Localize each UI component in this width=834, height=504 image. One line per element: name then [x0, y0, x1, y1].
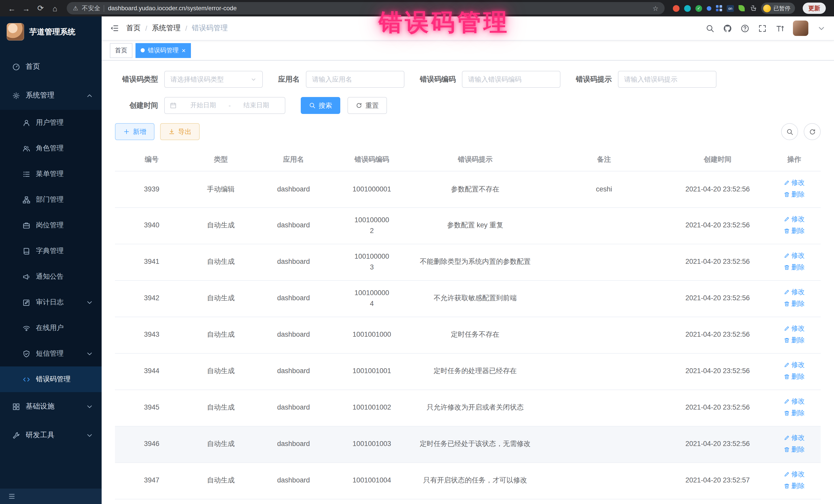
error-hint-input[interactable]	[618, 71, 717, 88]
sidebar-item[interactable]: 用户管理	[0, 110, 102, 135]
back-icon[interactable]: ←	[5, 2, 19, 15]
github-icon[interactable]	[723, 24, 732, 32]
sidebar-item[interactable]: 角色管理	[0, 135, 102, 161]
sidebar-footer[interactable]	[0, 489, 102, 504]
extension-icon-teal[interactable]	[684, 5, 691, 12]
address-bar[interactable]: ⚠ 不安全 dashboard.yudao.iocoder.cn/system/…	[67, 2, 665, 14]
extension-icon-leaf[interactable]	[739, 5, 745, 11]
edit-link[interactable]: 修改	[784, 214, 805, 224]
filter-label-code: 错误码编码	[420, 75, 456, 84]
bookmark-star-icon[interactable]: ☆	[653, 4, 658, 12]
delete-link[interactable]: 删除	[784, 444, 805, 455]
browser-toolbar: ← → ⟳ ⌂ ⚠ 不安全 dashboard.yudao.iocoder.cn…	[0, 0, 834, 17]
sidebar-item[interactable]: 短信管理	[0, 341, 102, 367]
sidebar-item[interactable]: 错误码管理	[0, 367, 102, 392]
sidebar-item[interactable]: 在线用户	[0, 315, 102, 341]
user-avatar[interactable]	[793, 21, 808, 36]
sidebar-item[interactable]: 岗位管理	[0, 213, 102, 238]
extension-icon-blue[interactable]	[707, 6, 711, 10]
refresh-table-button[interactable]	[804, 123, 821, 140]
show-search-toggle-button[interactable]	[781, 123, 798, 140]
search-icon[interactable]	[706, 24, 715, 32]
table-row[interactable]: 3940自动生成dashboard100100000 2参数配置 key 重复2…	[115, 207, 821, 244]
refresh-icon	[356, 102, 363, 109]
extension-icon-red[interactable]	[673, 5, 680, 12]
extension-icon-grid[interactable]	[716, 5, 722, 11]
app-name-input[interactable]	[306, 71, 404, 88]
create-time-range-picker[interactable]: 开始日期 - 结束日期	[164, 97, 285, 114]
edit-link[interactable]: 修改	[784, 396, 805, 407]
tab-close-icon[interactable]: ×	[182, 47, 185, 53]
edit-link[interactable]: 修改	[784, 287, 805, 297]
delete-link[interactable]: 删除	[784, 372, 805, 382]
sidebar-item[interactable]: 首页	[0, 52, 102, 81]
forward-icon[interactable]: →	[20, 2, 33, 15]
sidebar-item[interactable]: 研发工具	[0, 421, 102, 450]
add-button[interactable]: 新增	[115, 123, 154, 140]
table-cell: 3946	[115, 426, 188, 463]
delete-link[interactable]: 删除	[784, 190, 805, 200]
browser-update-button[interactable]: 更新	[803, 3, 826, 14]
table-row[interactable]: 3946自动生成dashboard1001001003定时任务已经处于该状态，无…	[115, 426, 821, 463]
error-code-input[interactable]	[462, 71, 561, 88]
app-logo[interactable]: 芋道管理系统	[0, 17, 102, 47]
sidebar-item[interactable]: 系统管理	[0, 81, 102, 110]
fold-menu-icon[interactable]	[110, 24, 119, 33]
home-icon[interactable]: ⌂	[48, 2, 62, 15]
table-cell: 2021-04-20 23:52:57	[667, 499, 768, 504]
reset-button[interactable]: 重置	[348, 97, 387, 114]
edit-link[interactable]: 修改	[784, 433, 805, 443]
fullscreen-icon[interactable]	[758, 24, 767, 32]
table-cell: 修改删除	[768, 390, 821, 426]
sidebar-item[interactable]: 基础设施	[0, 392, 102, 421]
table-row[interactable]: 3945自动生成dashboard1001001002只允许修改为开启或者关闭状…	[115, 390, 821, 426]
sidebar-item[interactable]: 菜单管理	[0, 161, 102, 187]
breadcrumb-item[interactable]: 错误码管理	[192, 24, 228, 33]
table-row[interactable]: 3939手动编辑dashboard1001000001参数配置不存在ceshi2…	[115, 171, 821, 207]
search-button[interactable]: 搜索	[301, 97, 340, 114]
table-row[interactable]: 3942自动生成dashboard100100000 4不允许获取敏感配置到前端…	[115, 281, 821, 317]
header-actions	[706, 21, 826, 36]
delete-link[interactable]: 删除	[784, 299, 805, 309]
delete-link[interactable]: 删除	[784, 335, 805, 345]
edit-link[interactable]: 修改	[784, 360, 805, 370]
table-cell: dashboard	[253, 499, 334, 504]
delete-link[interactable]: 删除	[784, 408, 805, 418]
avatar-caret-down-icon[interactable]	[817, 24, 826, 32]
extension-icon-green-check[interactable]: ✓	[696, 5, 702, 12]
sidebar-item[interactable]: 部门管理	[0, 187, 102, 213]
breadcrumb: 首页/系统管理/错误码管理	[126, 24, 228, 33]
table-row[interactable]: 3943自动生成dashboard1001001000定时任务不存在2021-0…	[115, 317, 821, 353]
delete-link[interactable]: 删除	[784, 481, 805, 491]
sidebar-item[interactable]: 通知公告	[0, 264, 102, 289]
delete-link[interactable]: 删除	[784, 262, 805, 272]
table-cell: 100100000 3	[334, 244, 410, 281]
breadcrumb-item[interactable]: 首页	[126, 24, 140, 33]
delete-link[interactable]: 删除	[784, 226, 805, 236]
edit-link[interactable]: 修改	[784, 469, 805, 479]
extension-icon-on-badge[interactable]: on	[727, 5, 734, 12]
export-button[interactable]: 导出	[160, 123, 200, 140]
help-icon[interactable]	[741, 24, 749, 32]
reload-icon[interactable]: ⟳	[34, 2, 47, 15]
edit-link[interactable]: 修改	[784, 323, 805, 334]
table-row[interactable]: 3944自动生成dashboard1001001001定时任务的处理器已经存在2…	[115, 353, 821, 390]
table-row[interactable]: 3948自动生成dashboard1001001005CRON 表达式不正确20…	[115, 499, 821, 504]
tab-item[interactable]: 首页	[110, 43, 132, 58]
table-row[interactable]: 3941自动生成dashboard100100000 3不能删除类型为系统内置的…	[115, 244, 821, 281]
sidebar-item-label: 岗位管理	[36, 221, 64, 230]
edit-link[interactable]: 修改	[784, 178, 805, 188]
breadcrumb-item[interactable]: 系统管理	[152, 24, 181, 33]
table-cell: CRON 表达式不正确	[410, 499, 541, 504]
profile-chip[interactable]: 已暂停	[761, 3, 795, 14]
sidebar-item-label: 用户管理	[36, 118, 64, 127]
error-type-select[interactable]: 请选择错误码类型	[164, 71, 263, 88]
omnibox-divider	[104, 5, 105, 12]
sidebar-item[interactable]: 字典管理	[0, 238, 102, 264]
edit-link[interactable]: 修改	[784, 250, 805, 261]
extensions-puzzle-icon[interactable]	[749, 5, 756, 12]
font-size-icon[interactable]	[775, 24, 784, 32]
tab-item[interactable]: 错误码管理×	[135, 43, 191, 58]
sidebar-item[interactable]: 审计日志	[0, 289, 102, 315]
table-row[interactable]: 3947自动生成dashboard1001001004只有开启状态的任务，才可以…	[115, 463, 821, 499]
